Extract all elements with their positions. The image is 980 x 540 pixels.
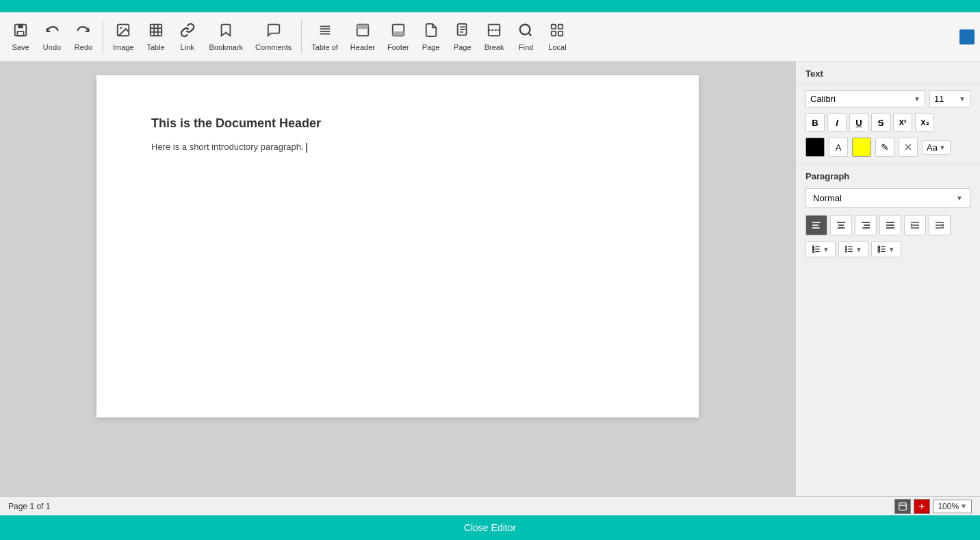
save-icon [13, 23, 28, 41]
font-size-select[interactable]: 11 ▼ [929, 90, 970, 107]
find-label: Find [519, 43, 533, 51]
local-label: Local [548, 43, 566, 51]
bookmark-button[interactable]: Bookmark [204, 16, 249, 57]
italic-button[interactable]: I [827, 113, 847, 132]
undo-button[interactable]: Undo [37, 16, 67, 57]
text-color-swatch[interactable] [805, 138, 825, 157]
page1-icon [424, 23, 439, 41]
user-avatar[interactable] [959, 29, 975, 44]
find-button[interactable]: Find [511, 16, 541, 57]
superscript-button[interactable]: X² [893, 113, 912, 132]
table-of-button[interactable]: Table of [306, 16, 344, 57]
footer-label: Footer [387, 43, 409, 51]
of-label: of [36, 502, 43, 511]
close-editor-bar[interactable]: Close Editor [0, 515, 980, 540]
zoom-select[interactable]: 100% ▼ [933, 500, 972, 513]
underline-button[interactable]: U [849, 113, 868, 132]
list-row: 1.2.3. ▼ ▼ ▼ [805, 241, 970, 257]
paragraph-style-select[interactable]: Normal ▼ [805, 188, 970, 208]
page-label: Page [8, 502, 27, 511]
svg-rect-69 [878, 248, 879, 250]
view-mode-red-button[interactable] [914, 499, 930, 514]
comments-icon [266, 23, 281, 41]
align-right-button[interactable] [855, 215, 877, 235]
document-area[interactable]: This is the Document Header Here is a sh… [0, 62, 795, 496]
current-page: 1 [29, 502, 34, 511]
clear-format-button[interactable] [899, 138, 918, 157]
subscript-button[interactable]: X₂ [915, 113, 934, 132]
break-icon [487, 23, 502, 41]
svg-text:3.: 3. [812, 250, 814, 253]
highlight-color-swatch[interactable] [852, 138, 871, 157]
image-button[interactable]: Image [107, 16, 140, 57]
svg-rect-18 [357, 24, 369, 28]
svg-rect-20 [393, 31, 404, 35]
font-name-select[interactable]: Calibri ▼ [805, 90, 925, 107]
bookmark-label: Bookmark [209, 43, 244, 51]
svg-point-62 [845, 246, 847, 248]
page2-icon [455, 23, 470, 41]
toolbar-right [959, 29, 975, 44]
justify-button[interactable] [879, 215, 901, 235]
page2-label: Page [454, 43, 472, 51]
table-of-icon [318, 23, 333, 41]
para-style-arrow: ▼ [956, 194, 963, 202]
svg-rect-2 [17, 31, 23, 35]
document-page[interactable]: This is the Document Header Here is a sh… [96, 75, 699, 417]
scroll-container: This is the Document Header Here is a sh… [14, 75, 782, 483]
status-bar: Page 1 of 1 100% ▼ [0, 496, 980, 515]
color-row: A ✎ Aa ▼ [805, 138, 970, 157]
eraser-button[interactable]: ✎ [875, 138, 894, 157]
text-section-title: Text [796, 62, 980, 83]
svg-rect-30 [558, 24, 563, 28]
redo-button[interactable]: Redo [68, 16, 99, 57]
link-button[interactable]: Link [172, 16, 203, 57]
bullet-list-button[interactable]: ▼ [838, 241, 868, 257]
checklist-button[interactable]: ▼ [871, 241, 901, 257]
break-label: Break [485, 43, 504, 51]
font-color-button[interactable]: A [829, 138, 848, 157]
undo-label: Undo [43, 43, 61, 51]
close-editor-label: Close Editor [464, 522, 516, 533]
document-header: This is the Document Header [151, 116, 644, 131]
format-row: B I U S X² X₂ [805, 113, 970, 132]
undo-icon [44, 23, 60, 41]
page1-button[interactable]: Page [416, 16, 446, 57]
toolbar: Save Undo Redo Image Table Link B [0, 12, 980, 62]
table-button[interactable]: Table [141, 16, 171, 57]
bold-button[interactable]: B [805, 113, 825, 132]
font-row: Calibri ▼ 11 ▼ [805, 90, 970, 107]
bookmark-icon [218, 23, 233, 41]
status-right: 100% ▼ [894, 499, 972, 514]
svg-point-4 [120, 27, 122, 29]
local-icon [550, 23, 565, 41]
view-mode-button[interactable] [894, 499, 911, 514]
local-button[interactable]: Local [542, 16, 572, 57]
indent-right-button[interactable] [929, 215, 951, 235]
save-button[interactable]: Save [5, 16, 36, 57]
paragraph-title: Paragraph [805, 171, 970, 181]
divider-2 [301, 20, 302, 54]
indent-left-button[interactable] [904, 215, 926, 235]
numbered-list-button[interactable]: 1.2.3. ▼ [805, 241, 836, 257]
page2-button[interactable]: Page [448, 16, 478, 57]
svg-point-64 [845, 251, 847, 253]
size-dropdown-arrow: ▼ [959, 95, 966, 103]
svg-rect-32 [558, 31, 563, 35]
break-button[interactable]: Break [479, 16, 510, 57]
svg-point-63 [845, 248, 847, 250]
footer-icon [391, 23, 406, 41]
align-center-button[interactable] [830, 215, 852, 235]
table-label: Table [146, 43, 164, 51]
font-style-button[interactable]: Aa ▼ [922, 140, 951, 155]
align-row [805, 215, 970, 235]
text-cursor [306, 143, 307, 153]
svg-rect-29 [552, 24, 556, 28]
header-button[interactable]: Header [345, 16, 381, 57]
footer-button[interactable]: Footer [382, 16, 415, 57]
comments-button[interactable]: Comments [250, 16, 297, 57]
align-left-button[interactable] [805, 215, 827, 235]
svg-rect-70 [878, 250, 879, 252]
strikethrough-button[interactable]: S [871, 113, 890, 132]
table-icon [149, 23, 164, 41]
